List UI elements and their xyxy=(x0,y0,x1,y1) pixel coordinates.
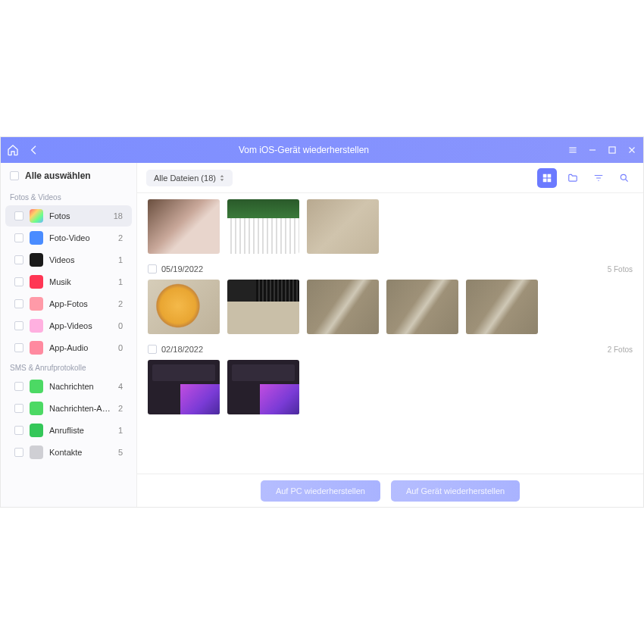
svg-rect-1 xyxy=(543,174,547,177)
app-window: Vom iOS-Gerät wiederherstellen Alle ausw… xyxy=(0,136,644,508)
folder-icon xyxy=(567,173,578,183)
sidebar-item-videos[interactable]: Videos1 xyxy=(5,249,132,270)
sidebar-item-label: Kontakte xyxy=(49,448,112,457)
sidebar-item-count: 2 xyxy=(118,299,123,308)
sidebar-item-nachrichten-anlagen[interactable]: Nachrichten-Anlagen2 xyxy=(5,398,132,419)
svg-rect-2 xyxy=(548,174,552,177)
date-label: 05/19/2022 xyxy=(161,264,203,274)
file-filter-label: Alle Dateien (18) xyxy=(154,174,216,183)
restore-device-button[interactable]: Auf Gerät wiederherstellen xyxy=(391,480,520,502)
photo-thumbnail[interactable] xyxy=(148,280,220,334)
sidebar-item-nachrichten[interactable]: Nachrichten4 xyxy=(5,376,132,397)
svg-rect-0 xyxy=(609,147,615,153)
sidebar-item-label: Anrufliste xyxy=(49,426,112,435)
sidebar-item-count: 2 xyxy=(118,404,123,413)
home-icon[interactable] xyxy=(7,144,19,156)
kontakte-icon xyxy=(30,445,43,459)
sidebar-item-checkbox[interactable] xyxy=(14,448,23,457)
sidebar-item-checkbox[interactable] xyxy=(14,404,23,413)
sidebar-item-checkbox[interactable] xyxy=(14,277,23,286)
app-fotos-icon xyxy=(30,297,43,311)
photo-thumbnail[interactable] xyxy=(227,360,299,414)
date-group: 05/19/20225 Fotos xyxy=(148,261,633,334)
foto-video-icon xyxy=(30,231,43,245)
app-audio-icon xyxy=(30,341,43,355)
sidebar-item-anrufliste[interactable]: Anrufliste1 xyxy=(5,420,132,441)
content-toolbar: Alle Dateien (18) xyxy=(137,163,643,193)
search-icon xyxy=(619,173,630,183)
sidebar-item-app-videos[interactable]: App-Videos0 xyxy=(5,315,132,336)
menu-icon[interactable] xyxy=(567,145,578,155)
folder-view-button[interactable] xyxy=(563,168,583,188)
date-label: 02/18/2022 xyxy=(161,345,203,354)
sidebar-item-label: Nachrichten xyxy=(49,382,112,391)
sidebar-item-fotos[interactable]: Fotos18 xyxy=(5,205,132,227)
updown-icon xyxy=(219,175,225,181)
photo-thumbnail[interactable] xyxy=(227,199,299,254)
search-button[interactable] xyxy=(614,168,634,188)
close-icon[interactable] xyxy=(627,145,637,155)
sidebar-item-checkbox[interactable] xyxy=(14,321,23,330)
sidebar-item-label: App-Fotos xyxy=(49,299,112,308)
sidebar-item-checkbox[interactable] xyxy=(14,233,23,242)
back-icon[interactable] xyxy=(28,144,40,156)
sidebar-section-label: SMS & Anrufprotokolle xyxy=(1,359,136,375)
date-checkbox[interactable] xyxy=(148,345,157,354)
photo-thumbnail[interactable] xyxy=(148,360,220,414)
sidebar-item-checkbox[interactable] xyxy=(14,382,23,391)
sidebar-item-count: 1 xyxy=(118,277,123,286)
sidebar-item-label: App-Videos xyxy=(49,321,112,330)
sidebar-item-count: 18 xyxy=(114,211,123,220)
sidebar-item-musik[interactable]: Musik1 xyxy=(5,271,132,292)
minimize-icon[interactable] xyxy=(587,145,598,155)
photo-thumbnail[interactable] xyxy=(307,199,379,254)
sidebar-item-count: 0 xyxy=(118,321,123,330)
sidebar: Alle auswählen Fotos & VideosFotos18Foto… xyxy=(1,163,137,507)
sidebar-item-checkbox[interactable] xyxy=(14,255,23,264)
sidebar-item-checkbox[interactable] xyxy=(14,211,23,220)
sidebar-item-checkbox[interactable] xyxy=(14,299,23,308)
photo-thumbnail[interactable] xyxy=(466,280,538,334)
nachrichten-anlagen-icon xyxy=(30,402,43,415)
sidebar-section-label: Fotos & Videos xyxy=(1,189,136,205)
anrufliste-icon xyxy=(30,424,43,437)
svg-rect-4 xyxy=(548,178,552,182)
maximize-icon[interactable] xyxy=(607,145,617,155)
sidebar-item-label: Fotos xyxy=(49,211,108,220)
filter-button[interactable] xyxy=(589,168,608,188)
svg-point-5 xyxy=(621,174,626,180)
select-all-checkbox[interactable] xyxy=(10,171,19,180)
sidebar-item-count: 5 xyxy=(118,448,123,457)
grid-view-button[interactable] xyxy=(537,168,557,188)
sidebar-item-app-fotos[interactable]: App-Fotos2 xyxy=(5,293,132,314)
select-all-label: Alle auswählen xyxy=(25,170,91,181)
date-header[interactable]: 02/18/20222 Fotos xyxy=(148,342,633,360)
photo-thumbnail[interactable] xyxy=(307,280,379,334)
fotos-icon xyxy=(30,209,43,223)
date-header[interactable]: 05/19/20225 Fotos xyxy=(148,261,633,280)
sidebar-item-label: Musik xyxy=(49,277,112,286)
sidebar-item-count: 0 xyxy=(118,343,123,352)
date-count: 2 Fotos xyxy=(608,345,633,354)
sidebar-item-kontakte[interactable]: Kontakte5 xyxy=(5,442,132,463)
photo-thumbnail[interactable] xyxy=(227,280,299,334)
musik-icon xyxy=(30,275,43,289)
sidebar-item-checkbox[interactable] xyxy=(14,426,23,435)
videos-icon xyxy=(30,253,43,267)
filter-icon xyxy=(593,173,604,183)
sidebar-item-foto-video[interactable]: Foto-Video2 xyxy=(5,227,132,249)
grid-icon xyxy=(542,173,552,183)
sidebar-item-count: 1 xyxy=(118,426,123,435)
sidebar-item-count: 2 xyxy=(118,233,123,242)
date-checkbox[interactable] xyxy=(148,264,157,274)
file-filter-dropdown[interactable]: Alle Dateien (18) xyxy=(146,170,233,186)
restore-pc-button[interactable]: Auf PC wiederherstellen xyxy=(261,480,380,502)
sidebar-item-app-audio[interactable]: App-Audio0 xyxy=(5,337,132,358)
select-all-row[interactable]: Alle auswählen xyxy=(1,163,136,189)
sidebar-item-label: Foto-Video xyxy=(49,233,112,242)
photo-thumbnail[interactable] xyxy=(386,280,458,334)
sidebar-item-checkbox[interactable] xyxy=(14,343,23,352)
photo-thumbnail[interactable] xyxy=(148,199,220,254)
sidebar-item-count: 4 xyxy=(118,382,123,391)
window-title: Vom iOS-Gerät wiederherstellen xyxy=(40,145,567,155)
